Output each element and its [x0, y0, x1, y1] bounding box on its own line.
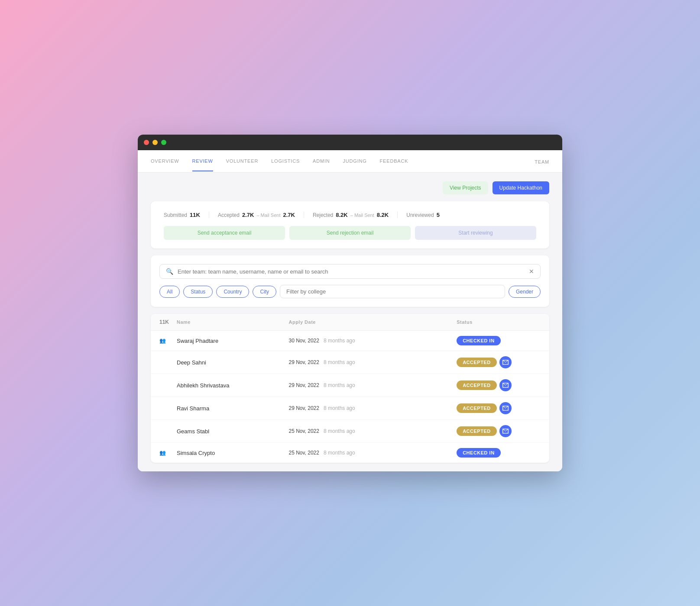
accepted-value: 2.7K [242, 212, 254, 218]
nav-item-volunteer[interactable]: VOLUNTEER [226, 152, 258, 171]
nav-item-overview[interactable]: OVERVIEW [151, 152, 179, 171]
table-row[interactable]: Deep Sahni 29 Nov, 2022 8 months ago ACC… [151, 351, 549, 374]
row-date: 25 Nov, 2022 8 months ago [288, 428, 457, 434]
unreviewed-value: 5 [437, 212, 440, 218]
row-date-main: 29 Nov, 2022 [288, 405, 319, 411]
row-icon: 👥 [159, 338, 177, 344]
row-name: Abhilekh Shrivastava [177, 382, 288, 389]
nav-item-review[interactable]: REVIEW [192, 152, 213, 171]
row-date-relative: 8 months ago [324, 338, 355, 344]
filter-row: All Status Country City Gender [159, 285, 541, 298]
row-date-main: 30 Nov, 2022 [288, 338, 319, 344]
rejected-value: 8.2K [336, 212, 347, 218]
row-date-main: 29 Nov, 2022 [288, 382, 319, 388]
row-name: Deep Sahni [177, 359, 288, 366]
row-icon: 👥 [159, 450, 177, 456]
row-status: CHECKED IN [457, 448, 541, 458]
status-badge: ACCEPTED [457, 403, 497, 413]
table-header: 11K Name Apply Date Status [151, 314, 549, 331]
accepted-label: Accepted [218, 212, 240, 218]
filter-city-button[interactable]: City [253, 286, 276, 298]
stat-submitted: Submitted 11K [164, 212, 209, 218]
mail-icon-button[interactable] [499, 402, 512, 414]
mail-icon [502, 405, 509, 411]
table-row[interactable]: Ravi Sharma 29 Nov, 2022 8 months ago AC… [151, 397, 549, 420]
filter-gender-button[interactable]: Gender [509, 286, 541, 298]
filter-status-button[interactable]: Status [183, 286, 213, 298]
submitted-value: 11K [190, 212, 200, 218]
nav-item-feedback[interactable]: FEEDBACK [380, 152, 408, 171]
top-buttons: View Projects Update Hackathon [151, 181, 549, 194]
close-dot[interactable] [144, 140, 149, 145]
status-badge: CHECKED IN [457, 336, 500, 345]
search-input[interactable] [178, 268, 529, 275]
search-card: 🔍 ✕ All Status Country City Gender [151, 255, 549, 307]
stats-card: Submitted 11K Accepted 2.7K – Mail Sent … [151, 201, 549, 248]
mail-icon [502, 382, 509, 388]
rejected-label: Rejected [313, 212, 333, 218]
row-date: 30 Nov, 2022 8 months ago [288, 338, 457, 344]
filter-college-input[interactable] [280, 285, 505, 298]
table-row[interactable]: 👥 Swaraj Phadtare 30 Nov, 2022 8 months … [151, 331, 549, 351]
send-acceptance-button[interactable]: Send acceptance email [164, 226, 285, 240]
row-status: ACCEPTED [457, 425, 541, 437]
mail-icon-button[interactable] [499, 356, 512, 368]
update-hackathon-button[interactable]: Update Hackathon [493, 181, 549, 194]
row-name: Swaraj Phadtare [177, 338, 288, 344]
row-status: ACCEPTED [457, 379, 541, 391]
stat-unreviewed: Unreviewed 5 [398, 212, 448, 218]
stat-rejected: Rejected 8.2K – Mail Sent 8.2K [304, 212, 398, 218]
titlebar [138, 135, 562, 150]
status-badge: ACCEPTED [457, 426, 497, 436]
filter-country-button[interactable]: Country [216, 286, 249, 298]
app-window: OVERVIEW REVIEW VOLUNTEER LOGISTICS ADMI… [138, 135, 562, 471]
row-date-relative: 8 months ago [324, 428, 355, 434]
nav-right: TEAM [535, 158, 549, 165]
row-date-relative: 8 months ago [324, 405, 355, 411]
row-date-main: 25 Nov, 2022 [288, 450, 319, 456]
mail-icon-button[interactable] [499, 425, 512, 437]
status-badge: CHECKED IN [457, 448, 500, 458]
nav-items: OVERVIEW REVIEW VOLUNTEER LOGISTICS ADMI… [151, 152, 535, 171]
maximize-dot[interactable] [161, 140, 166, 145]
col-header-date: Apply Date [288, 319, 457, 325]
col-header-name: Name [177, 319, 288, 325]
status-badge: ACCEPTED [457, 358, 497, 367]
view-projects-button[interactable]: View Projects [443, 181, 488, 194]
col-header-status: Status [457, 319, 541, 325]
table-row[interactable]: 👥 Simsala Crypto 25 Nov, 2022 8 months a… [151, 443, 549, 463]
filter-all-button[interactable]: All [159, 286, 180, 298]
table-count: 11K [159, 319, 177, 325]
mail-icon [502, 428, 509, 434]
rejected-mail-value: 8.2K [377, 212, 389, 218]
row-status: ACCEPTED [457, 402, 541, 414]
row-date: 29 Nov, 2022 8 months ago [288, 405, 457, 411]
nav-item-team[interactable]: TEAM [535, 159, 549, 164]
status-badge: ACCEPTED [457, 380, 497, 390]
row-name: Ravi Sharma [177, 405, 288, 412]
table-card: 11K Name Apply Date Status 👥 Swaraj Phad… [151, 314, 549, 463]
stat-accepted: Accepted 2.7K – Mail Sent 2.7K [209, 212, 304, 218]
row-date-relative: 8 months ago [324, 450, 355, 456]
unreviewed-label: Unreviewed [406, 212, 434, 218]
navbar: OVERVIEW REVIEW VOLUNTEER LOGISTICS ADMI… [138, 150, 562, 173]
mail-icon-button[interactable] [499, 379, 512, 391]
search-box: 🔍 ✕ [159, 264, 541, 279]
minimize-dot[interactable] [152, 140, 158, 145]
row-date-relative: 8 months ago [324, 382, 355, 388]
table-row[interactable]: Abhilekh Shrivastava 29 Nov, 2022 8 mont… [151, 374, 549, 397]
actions-row: Send acceptance email Send rejection ema… [164, 226, 536, 240]
table-row[interactable]: Geams Stabl 25 Nov, 2022 8 months ago AC… [151, 420, 549, 443]
start-reviewing-button[interactable]: Start reviewing [415, 226, 536, 240]
nav-item-judging[interactable]: JUDGING [343, 152, 366, 171]
row-date-relative: 8 months ago [324, 359, 355, 365]
nav-item-admin[interactable]: ADMIN [313, 152, 330, 171]
nav-item-logistics[interactable]: LOGISTICS [271, 152, 300, 171]
send-rejection-button[interactable]: Send rejection email [289, 226, 411, 240]
rejected-mail-label: – Mail Sent [350, 213, 374, 218]
accepted-mail-value: 2.7K [283, 212, 295, 218]
mail-icon [502, 359, 509, 365]
row-date: 29 Nov, 2022 8 months ago [288, 382, 457, 388]
search-clear-icon[interactable]: ✕ [529, 268, 534, 275]
team-icon: 👥 [159, 450, 166, 456]
